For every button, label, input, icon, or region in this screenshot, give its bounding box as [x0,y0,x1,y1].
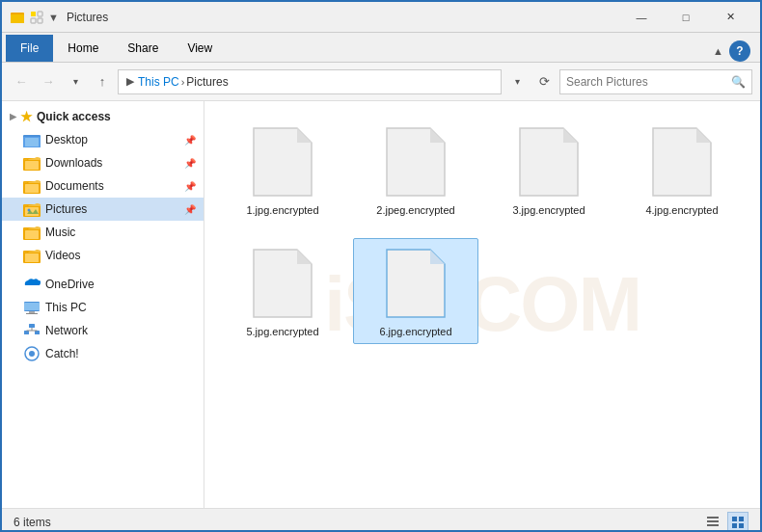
catch-icon [23,345,41,362]
file-name-4: 4.jpg.encrypted [645,204,718,216]
quick-access-star-icon: ★ [20,109,33,124]
up-button[interactable]: ↑ [91,70,114,93]
quick-access-header[interactable]: ▶ ★ Quick access [2,105,204,128]
downloads-label: Downloads [45,156,102,170]
status-bar: 6 items [2,508,760,532]
app-icon [10,10,25,25]
tab-view[interactable]: View [173,35,227,62]
path-separator-1: › [181,76,185,88]
tab-file[interactable]: File [6,35,53,62]
file-name-1: 1.jpg.encrypted [246,204,318,216]
close-button[interactable]: ✕ [708,2,752,33]
list-item[interactable]: 5.jpg.encrypted [220,238,345,344]
sidebar-item-catch[interactable]: Catch! [2,342,204,365]
svg-rect-3 [38,12,42,16]
item-count: 6 items [14,516,51,529]
svg-rect-12 [25,184,39,193]
svg-marker-41 [297,250,312,264]
music-folder-icon [23,224,41,241]
svg-rect-5 [38,18,42,23]
sidebar-item-videos[interactable]: Videos [2,244,204,267]
videos-folder-icon [23,247,41,264]
pin-icon-documents: 📌 [184,181,196,192]
file-name-6: 6.jpg.encrypted [379,326,451,337]
path-thispc[interactable]: This PC [138,75,179,89]
maximize-button[interactable]: □ [664,2,708,33]
svg-rect-49 [732,523,737,528]
svg-rect-50 [739,523,744,528]
svg-rect-44 [707,517,719,519]
documents-folder-icon [23,177,41,195]
sidebar-item-pictures[interactable]: Pictures 📌 [2,198,204,221]
svg-rect-21 [24,303,40,310]
grid-view-button[interactable] [727,512,748,533]
title-bar: ▼ Pictures — □ ✕ [2,2,760,33]
network-label: Network [45,324,88,337]
svg-marker-33 [297,128,312,143]
svg-rect-10 [25,161,39,170]
title-dropdown-arrow: ▼ [48,12,59,23]
window-title: Pictures [67,11,619,24]
svg-rect-47 [732,517,737,521]
list-view-button[interactable] [702,512,723,533]
svg-marker-39 [696,128,711,143]
network-icon [23,322,41,339]
downloads-folder-icon [23,154,41,172]
content-area: iSA.COM 1.jpg.encrypted [204,101,760,508]
thispc-icon [23,299,41,316]
recent-locations-button[interactable]: ▾ [64,70,87,93]
svg-rect-22 [29,311,35,313]
minimize-button[interactable]: — [619,2,664,33]
svg-rect-26 [35,331,40,334]
tab-share[interactable]: Share [113,35,173,62]
sidebar-item-documents[interactable]: Documents 📌 [2,174,204,198]
search-input[interactable] [566,75,727,89]
svg-rect-23 [26,313,38,314]
address-bar: ← → ▾ ↑ ▶ This PC › Pictures ▾ ⟳ 🔍 [2,63,760,101]
videos-label: Videos [45,249,80,262]
pin-icon-downloads: 📌 [184,158,196,169]
svg-rect-17 [25,230,39,239]
forward-button[interactable]: → [37,70,60,93]
list-item[interactable]: 4.jpg.encrypted [619,117,745,223]
desktop-label: Desktop [45,133,88,146]
view-toggle [702,512,748,533]
ribbon-tabs: File Home Share View ▲ ? [2,33,760,62]
file-name-5: 5.jpg.encrypted [246,326,318,337]
sidebar-item-thispc[interactable]: This PC [2,296,204,319]
svg-rect-1 [11,14,24,23]
list-item[interactable]: 6.jpg.encrypted [353,238,478,344]
ribbon-collapse-icon[interactable]: ▲ [713,45,723,57]
refresh-button[interactable]: ⟳ [532,70,556,93]
help-button[interactable]: ? [729,40,750,62]
file-icon-4 [648,123,716,200]
file-name-3: 3.jpg.encrypted [512,204,585,216]
svg-rect-48 [739,517,744,521]
search-box[interactable]: 🔍 [559,69,752,94]
svg-rect-25 [24,331,29,334]
svg-rect-4 [31,18,36,23]
sidebar-item-network[interactable]: Network [2,319,204,342]
sidebar-item-music[interactable]: Music [2,221,204,244]
list-item[interactable]: 1.jpg.encrypted [220,117,345,223]
window-controls: — □ ✕ [619,2,752,33]
desktop-folder-icon [23,131,41,148]
sidebar-item-desktop[interactable]: Desktop 📌 [2,128,204,151]
file-icon-2 [382,123,449,200]
svg-rect-46 [707,524,719,526]
list-item[interactable]: 3.jpg.encrypted [486,117,612,223]
svg-rect-45 [707,520,719,522]
sidebar-item-downloads[interactable]: Downloads 📌 [2,151,204,174]
list-item[interactable]: 2.jpeg.encrypted [353,117,478,223]
file-icon-5 [249,245,316,322]
svg-marker-37 [563,128,578,143]
address-dropdown-button[interactable]: ▾ [505,70,529,93]
documents-label: Documents [45,179,104,193]
tab-home[interactable]: Home [53,35,113,62]
file-name-2: 2.jpeg.encrypted [376,204,454,216]
svg-rect-24 [29,324,35,328]
svg-point-31 [29,351,35,357]
sidebar-item-onedrive[interactable]: OneDrive [2,273,204,296]
address-path[interactable]: ▶ This PC › Pictures [118,69,502,94]
back-button[interactable]: ← [10,70,33,93]
